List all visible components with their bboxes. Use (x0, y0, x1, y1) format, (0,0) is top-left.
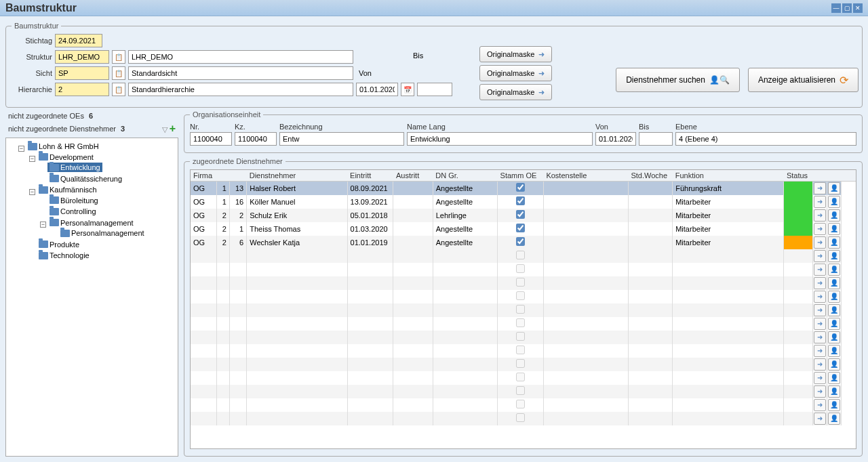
org-nr-input[interactable] (190, 132, 232, 146)
hierarchie-picker[interactable]: 📋 (112, 83, 125, 96)
row-open-button[interactable]: ➜ (814, 182, 826, 194)
row-open-button[interactable]: ➜ (814, 250, 826, 262)
row-person-button[interactable]: 👤 (828, 372, 840, 384)
org-von-input[interactable] (595, 132, 636, 146)
tree-node[interactable]: Controlling (47, 207, 98, 216)
maximize-button[interactable]: ▢ (842, 3, 852, 13)
tree-node[interactable]: Development (37, 152, 96, 162)
tree-node[interactable]: Qualitätssicherung (47, 174, 124, 184)
struktur-code-input[interactable] (55, 50, 109, 64)
period-von-input[interactable] (356, 83, 398, 96)
column-header[interactable]: Dienstnehmer (247, 170, 347, 182)
table-row[interactable]: OG22Schulz Erik05.01.2018LehrlingeMitarb… (191, 209, 856, 222)
column-header[interactable]: Eintritt (347, 170, 393, 182)
period-bis-input[interactable] (417, 83, 452, 96)
row-person-button[interactable]: 👤 (828, 399, 840, 411)
stamm-checkbox[interactable] (516, 210, 525, 219)
tree-toggle[interactable]: − (40, 222, 46, 228)
org-kz-input[interactable] (235, 132, 277, 146)
period-von-picker[interactable]: 📅 (401, 83, 414, 96)
sicht-picker[interactable]: 📋 (112, 66, 125, 80)
table-row[interactable]: OG113Halser Robert08.09.2021AngestellteF… (191, 182, 856, 195)
tree-node[interactable]: Personalmanagement (47, 218, 136, 228)
row-open-button[interactable]: ➜ (814, 318, 826, 330)
column-header[interactable]: Funktion (673, 170, 784, 182)
originalmaske-button-1[interactable]: Originalmaske➜ (479, 46, 552, 62)
row-open-button[interactable]: ➜ (814, 209, 826, 222)
tree-node[interactable]: Produkte (37, 240, 81, 249)
originalmaske-button-3[interactable]: Originalmaske➜ (479, 84, 552, 100)
row-person-button[interactable]: 👤 (828, 209, 840, 222)
sicht-code-input[interactable] (55, 66, 109, 80)
column-header[interactable]: Austritt (393, 170, 433, 182)
sicht-text-input[interactable] (128, 66, 353, 80)
tree-toggle[interactable]: − (29, 156, 35, 162)
hierarchie-code-input[interactable] (55, 83, 109, 96)
org-namelang-input[interactable] (407, 132, 593, 146)
tree-node[interactable]: Entwicklung (47, 163, 102, 172)
struktur-text-input[interactable] (128, 50, 353, 64)
row-person-button[interactable]: 👤 (828, 182, 840, 194)
org-bez-input[interactable] (279, 132, 404, 146)
column-header[interactable]: Kostenstelle (543, 170, 628, 182)
stamm-checkbox[interactable] (516, 237, 525, 246)
filter-icon[interactable]: ▽ (162, 125, 167, 133)
add-icon[interactable]: + (170, 123, 176, 134)
row-person-button[interactable]: 👤 (828, 291, 840, 303)
tree-toggle[interactable] (40, 167, 46, 173)
tree-toggle[interactable]: − (29, 189, 35, 195)
tree-toggle[interactable] (29, 255, 35, 261)
row-open-button[interactable]: ➜ (814, 399, 826, 411)
row-person-button[interactable]: 👤 (828, 277, 840, 289)
row-open-button[interactable]: ➜ (814, 385, 826, 398)
hierarchie-text-input[interactable] (128, 83, 353, 96)
row-person-button[interactable]: 👤 (828, 318, 840, 330)
row-open-button[interactable]: ➜ (814, 358, 826, 371)
tree-node[interactable]: Kaufmännisch (37, 185, 99, 194)
row-person-button[interactable]: 👤 (828, 413, 840, 425)
minimize-button[interactable]: — (831, 3, 841, 13)
column-header[interactable]: Std.Woche (628, 170, 672, 182)
column-header[interactable]: Stamm OE (498, 170, 544, 182)
row-open-button[interactable]: ➜ (814, 277, 826, 289)
tree-toggle[interactable] (40, 200, 46, 206)
struktur-picker[interactable]: 📋 (112, 50, 125, 64)
tree-node[interactable]: Büroleitung (47, 196, 100, 205)
tree-toggle[interactable] (51, 233, 57, 239)
column-header[interactable]: Firma (191, 170, 216, 182)
originalmaske-button-2[interactable]: Originalmaske➜ (479, 65, 552, 81)
row-person-button[interactable]: 👤 (828, 331, 840, 343)
row-person-button[interactable]: 👤 (828, 385, 840, 398)
row-person-button[interactable]: 👤 (828, 358, 840, 371)
close-button[interactable]: ✕ (853, 3, 863, 13)
row-person-button[interactable]: 👤 (828, 345, 840, 357)
dienstnehmer-suchen-button[interactable]: Dienstnehmer suchen 👤🔍 (616, 68, 740, 92)
tree-node[interactable]: Technologie (37, 251, 92, 260)
stamm-checkbox[interactable] (516, 196, 525, 205)
tree-toggle[interactable] (29, 244, 35, 250)
row-person-button[interactable]: 👤 (828, 250, 840, 262)
table-row[interactable]: OG116Köller Manuel13.09.2021AngestellteM… (191, 195, 856, 209)
row-person-button[interactable]: 👤 (828, 223, 840, 235)
row-open-button[interactable]: ➜ (814, 196, 826, 208)
row-open-button[interactable]: ➜ (814, 291, 826, 303)
tree-toggle[interactable] (40, 178, 46, 184)
row-open-button[interactable]: ➜ (814, 372, 826, 384)
stamm-checkbox[interactable] (516, 183, 525, 192)
row-person-button[interactable]: 👤 (828, 236, 840, 249)
row-open-button[interactable]: ➜ (814, 331, 826, 343)
row-person-button[interactable]: 👤 (828, 264, 840, 276)
tree-node[interactable]: Personalmanagement (58, 228, 146, 238)
row-open-button[interactable]: ➜ (814, 236, 826, 249)
row-open-button[interactable]: ➜ (814, 413, 826, 425)
anzeige-aktualisieren-button[interactable]: Anzeige aktualisieren ⟳ (748, 68, 859, 92)
stamm-checkbox[interactable] (516, 224, 525, 232)
row-open-button[interactable]: ➜ (814, 223, 826, 235)
table-row[interactable]: OG26Wechsler Katja01.01.2019AngestellteM… (191, 236, 856, 249)
stichtag-input[interactable] (55, 34, 102, 47)
tree-node[interactable]: Lohn & HR GmbH (26, 142, 101, 151)
org-ebene-input[interactable] (675, 132, 856, 146)
row-open-button[interactable]: ➜ (814, 264, 826, 276)
column-header[interactable]: Status (784, 170, 812, 182)
tree-toggle[interactable]: − (18, 146, 24, 152)
